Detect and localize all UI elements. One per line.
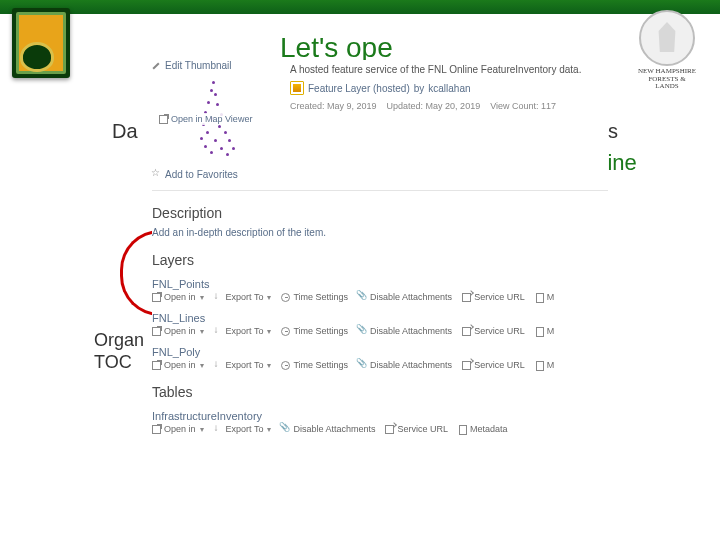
disable-attachments-button[interactable]: Disable Attachments <box>281 424 375 434</box>
chevron-down-icon: ▾ <box>267 425 271 434</box>
metadata-button[interactable]: M <box>535 326 555 336</box>
export-to-button[interactable]: Export To▾ <box>214 292 272 302</box>
edit-thumbnail-label: Edit Thumbnail <box>165 60 232 71</box>
chevron-down-icon: ▾ <box>200 425 204 434</box>
time-settings-button[interactable]: Time Settings <box>281 292 348 302</box>
link-icon <box>462 361 471 370</box>
metadata-button[interactable]: Metadata <box>458 424 508 434</box>
link-icon <box>385 425 394 434</box>
open-icon <box>152 293 161 302</box>
layer-row: FNL_Points Open in▾ Export To▾ Time Sett… <box>152 278 608 302</box>
service-url-button[interactable]: Service URL <box>462 326 525 336</box>
layers-heading: Layers <box>152 252 608 268</box>
seal-icon <box>639 10 695 66</box>
chevron-down-icon: ▾ <box>267 293 271 302</box>
export-to-button[interactable]: Export To▾ <box>214 326 272 336</box>
metadata-button[interactable]: M <box>535 360 555 370</box>
open-in-button[interactable]: Open in▾ <box>152 424 204 434</box>
layer-name-link[interactable]: FNL_Poly <box>152 346 608 358</box>
side-text-da: Da <box>112 120 138 143</box>
star-icon <box>152 170 161 179</box>
layer-row: FNL_Poly Open in▾ Export To▾ Time Settin… <box>152 346 608 370</box>
edit-thumbnail-link[interactable]: Edit Thumbnail <box>152 60 282 71</box>
open-icon <box>152 361 161 370</box>
paperclip-icon <box>358 327 367 336</box>
export-to-button[interactable]: Export To▾ <box>214 424 272 434</box>
thumbnail-preview[interactable]: Open in Map Viewer <box>152 73 282 163</box>
table-row: InfrastructureInventory Open in▾ Export … <box>152 410 608 434</box>
time-settings-button[interactable]: Time Settings <box>281 326 348 336</box>
layer-row: FNL_Lines Open in▾ Export To▾ Time Setti… <box>152 312 608 336</box>
service-url-button[interactable]: Service URL <box>462 360 525 370</box>
side-org-2: TOC <box>94 352 132 372</box>
fish-game-badge <box>12 8 70 78</box>
chevron-down-icon: ▾ <box>267 327 271 336</box>
clock-icon <box>281 293 290 302</box>
paperclip-icon <box>358 293 367 302</box>
metadata-icon <box>535 293 544 302</box>
open-in-button[interactable]: Open in▾ <box>152 360 204 370</box>
item-meta: A hosted feature service of the FNL Onli… <box>290 60 608 111</box>
download-icon <box>214 425 223 434</box>
side-text-org: Organ TOC <box>94 330 144 373</box>
side-org-1: Organ <box>94 330 144 350</box>
open-in-button[interactable]: Open in▾ <box>152 292 204 302</box>
service-url-button[interactable]: Service URL <box>385 424 448 434</box>
tables-heading: Tables <box>152 384 608 400</box>
metadata-button[interactable]: M <box>535 292 555 302</box>
open-in-button[interactable]: Open in▾ <box>152 326 204 336</box>
time-settings-button[interactable]: Time Settings <box>281 360 348 370</box>
pencil-icon <box>152 61 161 70</box>
download-icon <box>214 293 223 302</box>
created-date: Created: May 9, 2019 <box>290 101 377 111</box>
metadata-icon <box>458 425 467 434</box>
top-banner <box>0 0 720 14</box>
paperclip-icon <box>358 361 367 370</box>
description-heading: Description <box>152 205 608 221</box>
disable-attachments-button[interactable]: Disable Attachments <box>358 326 452 336</box>
owner-link[interactable]: kcallahan <box>428 83 470 94</box>
download-icon <box>214 327 223 336</box>
service-url-button[interactable]: Service URL <box>462 292 525 302</box>
export-to-button[interactable]: Export To▾ <box>214 360 272 370</box>
layer-type: Feature Layer (hosted) <box>308 83 410 94</box>
chevron-down-icon: ▾ <box>200 327 204 336</box>
open-icon <box>159 115 168 124</box>
open-in-map-viewer-button[interactable]: Open in Map Viewer <box>156 113 255 125</box>
link-icon <box>462 327 471 336</box>
layer-name-link[interactable]: FNL_Points <box>152 278 608 290</box>
chevron-down-icon: ▾ <box>200 293 204 302</box>
add-to-favorites-link[interactable]: Add to Favorites <box>152 169 282 180</box>
updated-date: Updated: May 20, 2019 <box>387 101 481 111</box>
clock-icon <box>281 361 290 370</box>
description-hint[interactable]: Add an in-depth description of the item. <box>152 227 608 238</box>
nh-caption-2: FORESTS & LANDS <box>648 75 685 91</box>
link-icon <box>462 293 471 302</box>
download-icon <box>214 361 223 370</box>
table-name-link[interactable]: InfrastructureInventory <box>152 410 608 422</box>
layer-name-link[interactable]: FNL_Lines <box>152 312 608 324</box>
nh-forests-lands-logo: NEW HAMPSHIREFORESTS & LANDS <box>636 10 698 88</box>
open-map-viewer-label: Open in Map Viewer <box>171 114 252 124</box>
add-favorites-label: Add to Favorites <box>165 169 238 180</box>
metadata-icon <box>535 361 544 370</box>
clock-icon <box>281 327 290 336</box>
paperclip-icon <box>281 425 290 434</box>
item-details-panel: Edit Thumbnail Open in Map Viewer Add to… <box>152 60 608 530</box>
chevron-down-icon: ▾ <box>267 361 271 370</box>
feature-layer-icon <box>290 81 304 95</box>
metadata-icon <box>535 327 544 336</box>
chevron-down-icon: ▾ <box>200 361 204 370</box>
open-icon <box>152 327 161 336</box>
open-icon <box>152 425 161 434</box>
side-text-s: s <box>608 120 618 143</box>
disable-attachments-button[interactable]: Disable Attachments <box>358 292 452 302</box>
disable-attachments-button[interactable]: Disable Attachments <box>358 360 452 370</box>
view-count: View Count: 117 <box>490 101 556 111</box>
by-label: by <box>414 83 425 94</box>
item-summary: A hosted feature service of the FNL Onli… <box>290 64 608 75</box>
